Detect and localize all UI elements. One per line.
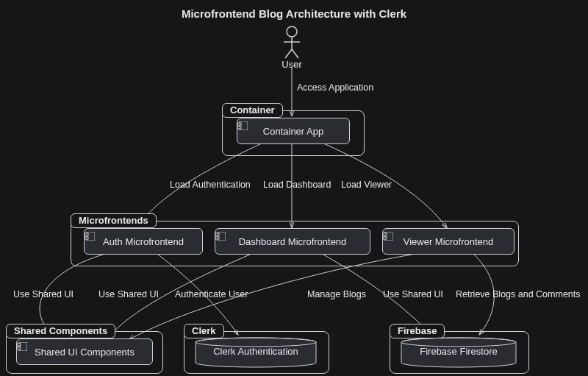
- svg-rect-11: [85, 233, 88, 235]
- edge-authenticate-user: Authenticate User: [175, 289, 248, 299]
- svg-rect-8: [237, 123, 241, 125]
- group-clerk-label: Clerk: [184, 324, 224, 338]
- svg-point-2: [287, 26, 297, 37]
- component-icon: [237, 121, 248, 130]
- edge-load-dashboard: Load Dashboard: [263, 180, 331, 190]
- svg-rect-14: [215, 233, 219, 235]
- component-icon: [85, 232, 95, 241]
- svg-rect-15: [215, 237, 219, 239]
- node-shared-ui-components: Shared UI Components: [16, 338, 153, 365]
- group-microfrontends-label: Microfrontends: [71, 213, 157, 228]
- svg-rect-20: [17, 344, 21, 346]
- user-actor-icon: [281, 26, 303, 59]
- group-firebase-label: Firebase: [390, 324, 445, 338]
- edge-manage-blogs: Manage Blogs: [307, 289, 366, 299]
- node-clerk-label: Clerk Authentication: [194, 346, 318, 357]
- edge-use-shared-ui-1: Use Shared UI: [13, 289, 74, 299]
- edge-use-shared-ui-2: Use Shared UI: [98, 289, 159, 299]
- svg-rect-12: [85, 237, 88, 239]
- edge-access-application: Access Application: [297, 82, 373, 93]
- node-dash-mf-label: Dashboard Microfrontend: [239, 236, 347, 247]
- svg-rect-18: [383, 237, 387, 239]
- node-container-app: Container App: [237, 118, 350, 144]
- node-dashboard-microfrontend: Dashboard Microfrontend: [215, 228, 370, 255]
- node-firestore-label: Firebase Firestore: [400, 346, 517, 357]
- edge-use-shared-ui-3: Use Shared UI: [383, 289, 443, 299]
- node-viewer-microfrontend: Viewer Microfrontend: [382, 228, 514, 255]
- component-icon: [383, 232, 393, 241]
- edge-load-authentication: Load Authentication: [170, 180, 251, 190]
- group-shared-label: Shared Components: [6, 324, 115, 338]
- svg-rect-17: [383, 233, 387, 235]
- component-icon: [17, 342, 27, 351]
- node-auth-mf-label: Auth Microfrontend: [103, 236, 184, 247]
- svg-rect-21: [17, 347, 21, 350]
- user-actor-label: User: [281, 59, 303, 70]
- edge-retrieve-blogs: Retrieve Blogs and Comments: [456, 289, 581, 299]
- group-container-label: Container: [222, 103, 283, 118]
- component-icon: [215, 232, 226, 241]
- node-shared-ui-label: Shared UI Components: [35, 347, 135, 358]
- node-auth-microfrontend: Auth Microfrontend: [84, 228, 203, 255]
- svg-rect-9: [237, 127, 241, 129]
- node-container-app-label: Container App: [263, 126, 323, 137]
- edge-load-viewer: Load Viewer: [341, 180, 392, 190]
- node-viewer-mf-label: Viewer Microfrontend: [404, 236, 494, 247]
- svg-line-6: [292, 49, 298, 58]
- svg-line-5: [285, 49, 292, 58]
